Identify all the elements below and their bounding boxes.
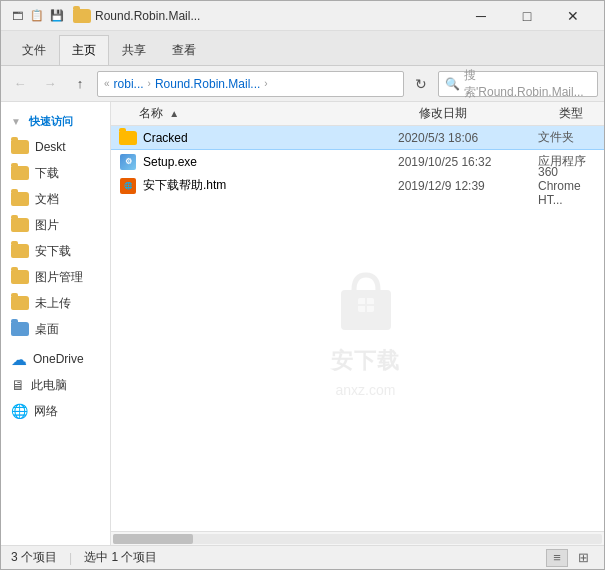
sidebar-anxz-label: 安下载 xyxy=(35,243,71,260)
window-title: Round.Robin.Mail... xyxy=(95,9,458,23)
network-icon: 🌐 xyxy=(11,403,28,419)
tab-share[interactable]: 共享 xyxy=(109,35,159,65)
folder-icon-pictures xyxy=(11,218,29,232)
breadcrumb-part-1[interactable]: robi... xyxy=(114,77,144,91)
sidebar-desktop2-label: 桌面 xyxy=(35,321,59,338)
sidebar-item-picmgr[interactable]: 图片管理 xyxy=(1,264,110,290)
system-icon: 🗔 xyxy=(9,8,25,24)
breadcrumb-bar[interactable]: « robi... › Round.Robin.Mail... › xyxy=(97,71,404,97)
sidebar-quick-access-section: ▼ 快速访问 Deskt 📌 下载 📌 文档 📌 xyxy=(1,106,110,344)
sidebar-item-thispc[interactable]: 🖥 此电脑 xyxy=(1,372,110,398)
file-row[interactable]: Cracked 2020/5/3 18:06 文件夹 xyxy=(111,126,604,150)
file-type: 文件夹 xyxy=(538,129,596,146)
file-name: Setup.exe xyxy=(143,155,398,169)
scroll-thumb[interactable] xyxy=(113,534,193,544)
tab-file[interactable]: 文件 xyxy=(9,35,59,65)
sidebar-item-network[interactable]: 🌐 网络 xyxy=(1,398,110,424)
status-bar: 3 个项目 | 选中 1 个项目 ≡ ⊞ xyxy=(1,545,604,569)
column-header: 名称 ▲ 修改日期 类型 xyxy=(111,102,604,126)
scroll-track[interactable] xyxy=(113,534,602,544)
close-button[interactable]: ✕ xyxy=(550,1,596,31)
sidebar: ▼ 快速访问 Deskt 📌 下载 📌 文档 📌 xyxy=(1,102,111,545)
file-date: 2019/10/25 16:32 xyxy=(398,155,538,169)
view-details-button[interactable]: ≡ xyxy=(546,549,568,567)
sidebar-desktop-label: Deskt xyxy=(35,140,66,154)
sidebar-network-label: 网络 xyxy=(34,403,58,420)
search-bar[interactable]: 🔍 搜索'Round.Robin.Mail... xyxy=(438,71,598,97)
minimize-button[interactable]: ─ xyxy=(458,1,504,31)
sidebar-item-documents[interactable]: 文档 📌 xyxy=(1,186,110,212)
sidebar-quick-access-label: 快速访问 xyxy=(29,114,73,129)
watermark: 安下载 anxz.com xyxy=(326,260,406,398)
horizontal-scrollbar[interactable] xyxy=(111,531,604,545)
breadcrumb-part-2[interactable]: Round.Robin.Mail... xyxy=(155,77,260,91)
address-bar: ← → ↑ « robi... › Round.Robin.Mail... › … xyxy=(1,66,604,102)
collapse-arrow: ▼ xyxy=(11,116,21,127)
file-date: 2019/12/9 12:39 xyxy=(398,179,538,193)
file-type: 360 Chrome HT... xyxy=(538,165,596,207)
explorer-window: 🗔 📋 💾 Round.Robin.Mail... ─ □ ✕ 文件 主页 共享… xyxy=(0,0,605,570)
watermark-subtext: anxz.com xyxy=(336,382,396,398)
folder-icon xyxy=(73,9,91,23)
sidebar-item-anxz[interactable]: 安下载 xyxy=(1,238,110,264)
title-file-icon: 📋 xyxy=(29,8,45,24)
sidebar-item-desktop[interactable]: Deskt 📌 xyxy=(1,134,110,160)
folder-icon-desktop2 xyxy=(11,322,29,336)
breadcrumb-arrow-left: « xyxy=(104,78,110,89)
folder-icon-picmgr xyxy=(11,270,29,284)
forward-button[interactable]: → xyxy=(37,71,63,97)
maximize-button[interactable]: □ xyxy=(504,1,550,31)
sidebar-item-pictures[interactable]: 图片 📌 xyxy=(1,212,110,238)
tab-home[interactable]: 主页 xyxy=(59,35,109,65)
status-right: ≡ ⊞ xyxy=(546,549,594,567)
sidebar-picmgr-label: 图片管理 xyxy=(35,269,83,286)
search-placeholder: 搜索'Round.Robin.Mail... xyxy=(464,67,591,101)
search-icon: 🔍 xyxy=(445,77,460,91)
ribbon-tabs: 文件 主页 共享 查看 xyxy=(1,31,604,65)
title-bar-icons: 🗔 📋 💾 xyxy=(9,8,65,24)
back-button[interactable]: ← xyxy=(7,71,33,97)
column-date-header[interactable]: 修改日期 xyxy=(419,105,559,122)
column-name-header[interactable]: 名称 ▲ xyxy=(139,105,419,122)
sidebar-onedrive-label: OneDrive xyxy=(33,352,84,366)
folder-icon-desktop xyxy=(11,140,29,154)
sidebar-thispc-label: 此电脑 xyxy=(31,377,67,394)
title-bar: 🗔 📋 💾 Round.Robin.Mail... ─ □ ✕ xyxy=(1,1,604,31)
sidebar-notupload-label: 未上传 xyxy=(35,295,71,312)
pc-icon: 🖥 xyxy=(11,377,25,393)
sidebar-item-onedrive[interactable]: ☁ OneDrive xyxy=(1,346,110,372)
file-icon-htm: 🌐 xyxy=(119,177,137,195)
sidebar-onedrive-section: ☁ OneDrive 🖥 此电脑 🌐 网络 xyxy=(1,344,110,426)
column-type-header[interactable]: 类型 xyxy=(559,105,596,122)
file-name: Cracked xyxy=(143,131,398,145)
status-selected-count: 选中 1 个项目 xyxy=(84,549,157,566)
folder-icon-anxz xyxy=(11,244,29,258)
svg-rect-0 xyxy=(341,290,391,330)
exe-icon: ⚙ xyxy=(120,154,136,170)
main-area: ▼ 快速访问 Deskt 📌 下载 📌 文档 📌 xyxy=(1,102,604,545)
refresh-button[interactable]: ↻ xyxy=(408,71,434,97)
file-row[interactable]: ⚙ Setup.exe 2019/10/25 16:32 应用程序 xyxy=(111,150,604,174)
svg-rect-1 xyxy=(358,298,374,312)
file-name: 安下载帮助.htm xyxy=(143,177,398,194)
status-items-count: 3 个项目 xyxy=(11,549,57,566)
breadcrumb-arrow-right: › xyxy=(264,78,267,89)
ribbon: 文件 主页 共享 查看 xyxy=(1,31,604,66)
up-button[interactable]: ↑ xyxy=(67,71,93,97)
sort-arrow: ▲ xyxy=(169,108,179,119)
cloud-icon: ☁ xyxy=(11,350,27,369)
file-row[interactable]: 🌐 安下载帮助.htm 2019/12/9 12:39 360 Chrome H… xyxy=(111,174,604,198)
watermark-bag-icon xyxy=(326,260,406,340)
file-icon-folder xyxy=(119,129,137,147)
title-controls: ─ □ ✕ xyxy=(458,1,596,31)
tab-view[interactable]: 查看 xyxy=(159,35,209,65)
sidebar-item-notupload[interactable]: 未上传 xyxy=(1,290,110,316)
file-date: 2020/5/3 18:06 xyxy=(398,131,538,145)
sidebar-item-desktop2[interactable]: 桌面 xyxy=(1,316,110,342)
folder-icon-documents xyxy=(11,192,29,206)
sidebar-item-downloads[interactable]: 下载 📌 xyxy=(1,160,110,186)
sidebar-item-quick-access[interactable]: ▼ 快速访问 xyxy=(1,108,110,134)
file-list: 安下载 anxz.com Cracked 2020/5/3 18:06 文件夹 … xyxy=(111,126,604,531)
file-icon-exe: ⚙ xyxy=(119,153,137,171)
view-large-button[interactable]: ⊞ xyxy=(572,549,594,567)
